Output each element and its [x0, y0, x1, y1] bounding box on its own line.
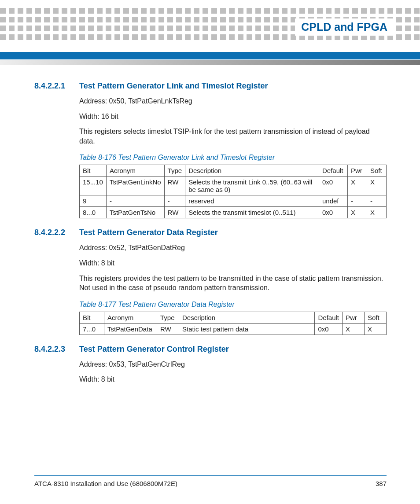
table-header-cell: Pwr [343, 312, 365, 323]
section-number: 8.4.2.2.3 [34, 345, 72, 354]
table-cell: Selects the transmit timeslot (0..511) [185, 207, 319, 218]
table-cell: reserved [185, 195, 319, 207]
table-cell: 7...0 [80, 323, 104, 335]
table-header-cell: Description [185, 165, 319, 177]
register-table: BitAcronymTypeDescriptionDefaultPwrSoft1… [79, 165, 387, 218]
footer-doc-title: ATCA-8310 Installation and Use (6806800M… [34, 480, 177, 487]
table-header-cell: Soft [365, 312, 387, 323]
table-cell: 15...10 [80, 177, 107, 195]
table-row: 15...10TstPatGenLinkNoRWSelects the tran… [80, 177, 387, 195]
header-grey-gradient [0, 60, 420, 65]
table-cell: X [365, 323, 387, 335]
table-header-cell: Bit [80, 165, 107, 177]
table-cell: Selects the transmit Link 0..59, (60..63… [185, 177, 319, 195]
table-cell: RW [164, 177, 185, 195]
section-heading: 8.4.2.2.1Test Pattern Generator Link and… [34, 81, 387, 91]
page-content: 8.4.2.2.1Test Pattern Generator Link and… [34, 81, 387, 384]
section-number: 8.4.2.2.2 [34, 228, 72, 237]
table-cell: X [367, 177, 387, 195]
table-cell: X [367, 207, 387, 218]
section-body: Address: 0x50, TstPatGenLnkTsRegWidth: 1… [79, 96, 387, 218]
body-paragraph: Width: 8 bit [79, 375, 387, 384]
table-cell: X [348, 207, 367, 218]
table-caption: Table 8-177 Test Pattern Generator Data … [79, 301, 387, 309]
table-cell: RW [164, 207, 185, 218]
table-header-row: BitAcronymTypeDescriptionDefaultPwrSoft [80, 312, 387, 323]
body-paragraph: Width: 16 bit [79, 112, 387, 121]
section-title: Test Pattern Generator Data Register [79, 228, 218, 237]
table-cell: TstPatGenLinkNo [106, 177, 164, 195]
table-cell: - [348, 195, 367, 207]
body-paragraph: Address: 0x52, TstPatGenDatReg [79, 243, 387, 253]
section-body: Address: 0x52, TstPatGenDatRegWidth: 8 b… [79, 243, 387, 335]
footer-rule [34, 475, 387, 476]
chapter-title: CPLD and FPGA [295, 18, 394, 36]
table-cell: 9 [80, 195, 107, 207]
section-title: Test Pattern Generator Control Register [79, 345, 229, 354]
section-title: Test Pattern Generator Link and Timeslot… [79, 81, 268, 91]
page-footer: ATCA-8310 Installation and Use (6806800M… [34, 480, 387, 487]
table-caption: Table 8-176 Test Pattern Generator Link … [79, 154, 387, 162]
table-row: 9--reservedundef-- [80, 195, 387, 207]
table-cell: undef [319, 195, 348, 207]
table-cell: - [164, 195, 185, 207]
table-cell: 0x0 [315, 323, 343, 335]
table-cell: 8...0 [80, 207, 107, 218]
table-header-cell: Default [315, 312, 343, 323]
table-header-cell: Default [319, 165, 348, 177]
section-heading: 8.4.2.2.2Test Pattern Generator Data Reg… [34, 228, 387, 237]
section-number: 8.4.2.2.1 [34, 81, 72, 91]
table-cell: RW [157, 323, 179, 335]
table-header-cell: Type [157, 312, 179, 323]
table-cell: TstPatGenData [104, 323, 157, 335]
header-blue-bar [0, 52, 420, 59]
body-paragraph: Address: 0x53, TstPatGenCtrlReg [79, 360, 387, 369]
table-header-cell: Acronym [104, 312, 157, 323]
section-heading: 8.4.2.2.3Test Pattern Generator Control … [34, 345, 387, 354]
body-paragraph: This registers provides the test pattern… [79, 274, 387, 293]
table-cell: - [367, 195, 387, 207]
table-header-cell: Bit [80, 312, 104, 323]
table-cell: 0x0 [319, 207, 348, 218]
table-cell: - [106, 195, 164, 207]
body-paragraph: Width: 8 bit [79, 258, 387, 268]
table-cell: X [348, 177, 367, 195]
section-body: Address: 0x53, TstPatGenCtrlRegWidth: 8 … [79, 360, 387, 384]
body-paragraph: This registers selects timeslot TSIP-lin… [79, 127, 387, 146]
table-header-row: BitAcronymTypeDescriptionDefaultPwrSoft [80, 165, 387, 177]
table-cell: Static test pattern data [179, 323, 315, 335]
register-table: BitAcronymTypeDescriptionDefaultPwrSoft7… [79, 312, 387, 335]
footer-page-number: 387 [376, 480, 387, 487]
table-header-cell: Soft [367, 165, 387, 177]
table-cell: TstPatGenTsNo [106, 207, 164, 218]
table-header-cell: Type [164, 165, 185, 177]
table-row: 7...0TstPatGenDataRWStatic test pattern … [80, 323, 387, 335]
table-header-cell: Acronym [106, 165, 164, 177]
table-header-cell: Description [179, 312, 315, 323]
table-cell: 0x0 [319, 177, 348, 195]
table-header-cell: Pwr [348, 165, 367, 177]
table-row: 8...0TstPatGenTsNoRWSelects the transmit… [80, 207, 387, 218]
body-paragraph: Address: 0x50, TstPatGenLnkTsReg [79, 96, 387, 106]
table-cell: X [343, 323, 365, 335]
